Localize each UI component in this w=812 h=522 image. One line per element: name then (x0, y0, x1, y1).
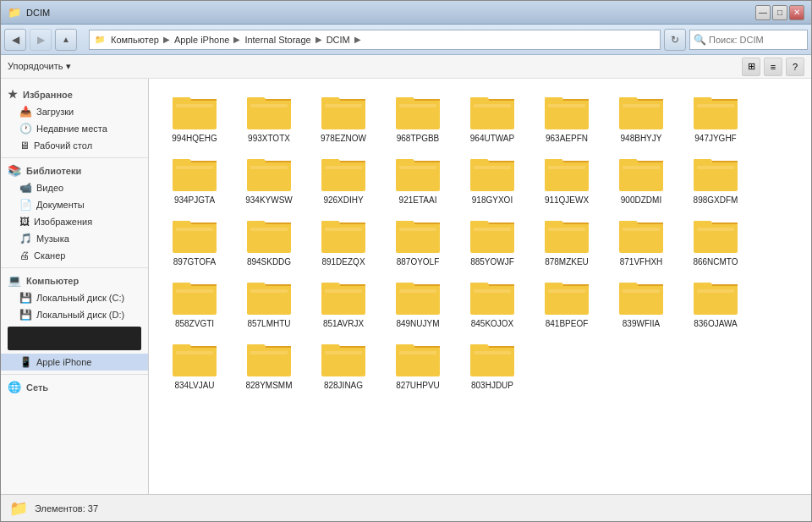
sidebar-item-video[interactable]: 📹 Видео (1, 179, 148, 196)
folder-icon (694, 277, 738, 317)
folder-item[interactable]: 885YOWJF (455, 211, 529, 272)
folder-label: 887OYOLF (397, 257, 440, 267)
folder-label: 828YMSMM (245, 381, 292, 391)
sidebar-scanner-label: Сканер (34, 250, 65, 261)
sidebar-item-desktop[interactable]: 🖥 Рабочий стол (1, 137, 148, 154)
folder-item[interactable]: 858ZVGTI (157, 272, 232, 334)
svg-rect-35 (250, 228, 288, 231)
folder-icon (173, 339, 217, 379)
svg-rect-11 (548, 104, 585, 107)
folder-item[interactable]: 948BHYJY (604, 87, 678, 149)
address-bar[interactable]: 📁 Компьютер ▶ Apple iPhone ▶ Internal St… (89, 30, 661, 50)
folder-item[interactable]: 834LVJAU (157, 334, 232, 396)
sidebar-network-label: Сеть (26, 382, 48, 393)
sidebar-libraries-label: Библиотеки (26, 166, 81, 176)
folder-icon (247, 154, 291, 194)
folder-icon (619, 216, 663, 256)
back-button[interactable]: ◀ (4, 29, 26, 51)
minimize-button[interactable]: — (755, 5, 771, 20)
folder-icon (619, 277, 663, 317)
search-bar[interactable]: 🔍 (689, 30, 808, 50)
folder-item[interactable]: 828YMSMM (232, 334, 306, 396)
sidebar-item-music[interactable]: 🎵 Музыка (1, 230, 148, 247)
sidebar-item-drive-d[interactable]: 💾 Локальный диск (D:) (1, 306, 148, 323)
breadcrumb-apple-iphone[interactable]: Apple iPhone (172, 34, 232, 46)
refresh-button[interactable]: ↻ (664, 29, 686, 51)
forward-button[interactable]: ▶ (30, 29, 52, 51)
status-items-count: Элементов: 37 (35, 503, 98, 514)
title-bar-left: 📁 DCIM (8, 6, 50, 19)
folder-item[interactable]: 866NCMTO (678, 211, 753, 272)
folder-item[interactable]: 839WFIIA (604, 272, 678, 334)
svg-rect-39 (399, 228, 436, 231)
folder-item[interactable]: 897GTOFA (157, 211, 232, 272)
folder-item[interactable]: 994HQEHG (157, 87, 232, 149)
grid-view-button[interactable]: ⊞ (742, 58, 760, 76)
folder-item[interactable]: 978EZNOW (306, 87, 381, 149)
list-view-button[interactable]: ≡ (764, 58, 782, 76)
folder-item[interactable]: 993XTOTX (232, 87, 306, 149)
sidebar-item-apple-iphone[interactable]: 📱 Apple iPhone (1, 354, 148, 371)
help-button[interactable]: ? (786, 58, 804, 76)
breadcrumb-computer[interactable]: Компьютер (108, 34, 162, 46)
folder-item[interactable]: 891DEZQX (306, 211, 381, 272)
sidebar-item-downloads[interactable]: 📥 Загрузки (1, 103, 148, 120)
folder-item[interactable]: 836OJAWA (678, 272, 753, 334)
folder-item[interactable]: 911QJEWX (529, 149, 604, 211)
breadcrumb-internal-storage[interactable]: Internal Storage (242, 34, 313, 46)
sidebar-computer-header[interactable]: 💻 Компьютер (1, 272, 148, 289)
folder-icon (173, 92, 217, 132)
close-button[interactable]: ✕ (789, 5, 804, 20)
folder-item[interactable]: 898GXDFM (678, 149, 753, 211)
sidebar-music-label: Музыка (36, 234, 69, 244)
sidebar-item-drive-c[interactable]: 💾 Локальный диск (C:) (1, 289, 148, 306)
search-input[interactable] (709, 35, 804, 45)
folder-item[interactable]: 857LMHTU (232, 272, 306, 334)
sidebar-item-recent[interactable]: 🕐 Недавние места (1, 120, 148, 137)
folder-label: 978EZNOW (321, 134, 366, 144)
folder-item[interactable]: 849NUJYM (381, 272, 455, 334)
drive-d-icon: 💾 (19, 309, 32, 321)
folder-item[interactable]: 918GYXOI (455, 149, 529, 211)
sidebar-item-documents[interactable]: 📄 Документы (1, 196, 148, 213)
folder-item[interactable]: 851AVRJX (306, 272, 381, 334)
sidebar-item-scanner[interactable]: 🖨 Сканер (1, 247, 148, 264)
folder-item[interactable]: 887OYOLF (381, 211, 455, 272)
folder-item[interactable]: 968TPGBB (381, 87, 455, 149)
up-button[interactable]: ▲ (55, 29, 77, 51)
folder-icon (694, 216, 738, 256)
folder-item[interactable]: 964UTWAP (455, 87, 529, 149)
svg-rect-29 (623, 166, 660, 169)
folder-item[interactable]: 841BPEOF (529, 272, 604, 334)
sort-button[interactable]: Упорядочить ▾ (8, 61, 71, 72)
svg-rect-57 (474, 289, 511, 293)
folder-item[interactable]: 934KYWSW (232, 149, 306, 211)
folder-item[interactable]: 878MZKEU (529, 211, 604, 272)
folder-item[interactable]: 871VFHXH (604, 211, 678, 272)
breadcrumb: Компьютер ▶ Apple iPhone ▶ Internal Stor… (108, 34, 361, 46)
sidebar-libraries-header[interactable]: 📚 Библиотеки (1, 162, 148, 179)
sidebar-favorites-header[interactable]: ★ Избранное (1, 85, 148, 103)
sidebar-item-images[interactable]: 🖼 Изображения (1, 213, 148, 230)
svg-rect-23 (399, 166, 436, 169)
title-bar-controls: — □ ✕ (755, 5, 804, 20)
folder-icon (545, 216, 589, 256)
breadcrumb-dcim[interactable]: DCIM (324, 34, 353, 46)
folder-item[interactable]: 803HJDUP (455, 334, 529, 396)
folder-item[interactable]: 894SKDDG (232, 211, 306, 272)
folder-item[interactable]: 827UHPVU (381, 334, 455, 396)
maximize-button[interactable]: □ (772, 5, 787, 20)
folder-item[interactable]: 845KOJOX (455, 272, 529, 334)
folder-label: 878MZKEU (545, 257, 589, 267)
folder-item[interactable]: 947JYGHF (678, 87, 753, 149)
folder-label: 900DZDMI (621, 195, 661, 206)
folder-item[interactable]: 828JINAG (306, 334, 381, 396)
folder-item[interactable]: 963AEPFN (529, 87, 604, 149)
folder-item[interactable]: 900DZDMI (604, 149, 678, 211)
sidebar-network-header[interactable]: 🌐 Сеть (1, 378, 148, 396)
folder-item[interactable]: 921ETAAI (381, 149, 455, 211)
video-icon: 📹 (19, 182, 32, 194)
folder-item[interactable]: 926XDIHY (306, 149, 381, 211)
folder-item[interactable]: 934PJGTA (157, 149, 232, 211)
svg-rect-71 (399, 351, 436, 354)
